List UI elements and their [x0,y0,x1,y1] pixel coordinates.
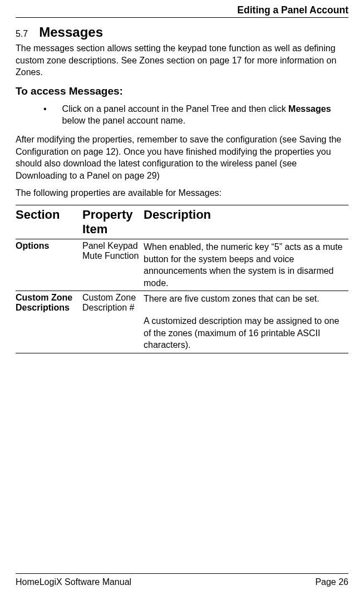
bullet-content: Click on a panel account in the Panel Tr… [62,103,348,127]
section-title: Messages [39,24,103,40]
table-header-description: Description [144,205,348,239]
footer-right: Page 26 [315,577,348,587]
footer-left: HomeLogiX Software Manual [16,577,131,587]
after-note-paragraph: After modifying the properties, remember… [16,134,348,181]
cell-description: When enabled, the numeric key “5” acts a… [144,239,348,291]
intro-paragraph: The messages section allows setting the … [16,42,348,78]
description-para-1: When enabled, the numeric key “5” acts a… [144,242,343,288]
bullet-text-prefix: Click on a panel account in the Panel Tr… [62,104,288,114]
bullet-text-suffix: below the panel account name. [62,116,185,125]
cell-section: Options [16,239,82,291]
table-row: Custom Zone Descriptions Custom Zone Des… [16,291,348,353]
section-heading: 5.7 Messages [16,24,348,40]
sub-heading: To access Messages: [16,85,348,97]
cell-property: Panel Keypad Mute Function [82,239,144,291]
cell-property: Custom Zone Description # [82,291,144,353]
cell-description: There are five custom zones that can be … [144,291,348,353]
bullet-text-bold: Messages [288,104,331,114]
table-header-property: Property Item [82,205,144,239]
table-header-row: Section Property Item Description [16,205,348,239]
table-header-section: Section [16,205,82,239]
description-para-1: There are five custom zones that can be … [144,294,319,303]
section-number: 5.7 [16,29,28,39]
following-paragraph: The following properties are available f… [16,187,348,199]
description-para-2: A customized description may be assigned… [144,315,345,351]
bullet-item: • Click on a panel account in the Panel … [43,103,348,127]
cell-section: Custom Zone Descriptions [16,291,82,353]
properties-table: Section Property Item Description Option… [16,205,348,353]
page-header-title: Editing a Panel Account [16,4,348,18]
bullet-marker-icon: • [43,103,47,127]
table-row: Options Panel Keypad Mute Function When … [16,239,348,291]
page-footer: HomeLogiX Software Manual Page 26 [16,573,348,587]
bullet-list: • Click on a panel account in the Panel … [43,103,348,127]
